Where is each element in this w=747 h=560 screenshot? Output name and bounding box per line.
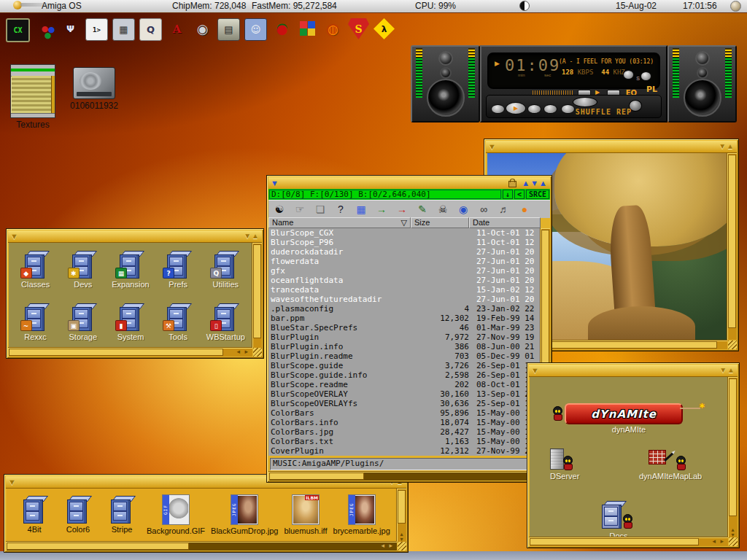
- prev-button[interactable]: [491, 104, 505, 114]
- titlebar[interactable]: ▼ OS35 49% full, 94.9MB free, 90.7MB in …: [8, 230, 262, 243]
- pedestrian-sign-icon[interactable]: λ: [374, 18, 395, 39]
- file-row[interactable]: oceanflightdata27-Jun-01 20: [268, 276, 541, 285]
- column-size[interactable]: Size: [411, 217, 469, 228]
- superman-icon[interactable]: S: [348, 18, 369, 39]
- icon-devs[interactable]: ✱Devs: [61, 249, 106, 289]
- icon-dserver[interactable]: DServer: [550, 448, 579, 481]
- file-row[interactable]: wavesofthefuturedatadir27-Jun-01 20: [268, 295, 541, 304]
- hide-glasses-icon[interactable]: ∞: [474, 202, 493, 217]
- file-row[interactable]: .plasmaconfig423-Jan-02 22: [268, 304, 541, 314]
- file-row[interactable]: BlurScope.readme20208-Oct-01 14: [268, 380, 541, 389]
- file-row[interactable]: CoverPlugin12,31227-Nov-99 20: [268, 446, 541, 456]
- window-os35[interactable]: ▼ OS35 49% full, 94.9MB free, 90.7MB in …: [6, 228, 264, 359]
- horizontal-scrollbar[interactable]: ◂ ▸: [529, 537, 728, 546]
- close-gadget-icon[interactable]: ▼: [531, 365, 539, 376]
- icon-4bit[interactable]: 4Bit: [15, 494, 53, 534]
- vertical-scrollbar[interactable]: ▴▾: [396, 489, 406, 542]
- menubar[interactable]: Amiga OS ChipMem: 728,048 FastMem: 95,27…: [0, 0, 747, 13]
- window-graphics-textures[interactable]: ▼ GRAPHICS:..Textures, 9.3M free, 455.7M…: [4, 474, 409, 553]
- fruit-icon[interactable]: ●: [515, 202, 534, 217]
- file-row[interactable]: trancedata15-Jan-02 12: [268, 285, 541, 295]
- resize-grip[interactable]: [253, 348, 262, 357]
- windows-icon[interactable]: [297, 18, 318, 39]
- file-row[interactable]: BlurPlugin7,97227-Nov-99 19: [268, 332, 541, 342]
- depth-gadgets-icon[interactable]: ▼▲: [719, 365, 735, 376]
- source-button[interactable]: SRCE: [526, 190, 549, 199]
- icon-system[interactable]: ▮System: [108, 302, 153, 341]
- boing-balls-icon[interactable]: ●: [34, 18, 55, 39]
- depth-gadgets-icon[interactable]: ▼▲: [244, 230, 260, 242]
- desktop-icon-textures[interactable]: Textures: [9, 64, 57, 130]
- announce-icon[interactable]: ♬: [495, 202, 514, 217]
- file-row[interactable]: BlurPlugin.info38608-Jun-00 21: [268, 342, 541, 351]
- file-row[interactable]: BlurScope.guide3,72626-Sep-01 15: [268, 361, 541, 370]
- path-field[interactable]: MUSIC:AmigaAMP/Plugins/: [270, 458, 538, 470]
- vertical-scrollbar[interactable]: ▴▾: [727, 377, 738, 537]
- file-row[interactable]: ColorBars95,89615-May-00 17: [268, 408, 541, 418]
- show-eye-icon[interactable]: ◉: [454, 202, 473, 217]
- calculator-icon[interactable]: ▦: [112, 18, 135, 41]
- volume-knob[interactable]: [623, 70, 634, 79]
- shuffle-repeat-buttons[interactable]: SHUFFLE REP: [576, 108, 632, 116]
- icon-prefs[interactable]: ?Prefs: [155, 249, 201, 289]
- file-row[interactable]: flowerdata27-Jun-01 20: [268, 257, 541, 266]
- icon-bluemush-iff[interactable]: ILBMbluemush.iff: [284, 494, 327, 535]
- titlebar[interactable]: ▼ StaryBuk.Lazur.fix ▼▲: [486, 141, 737, 153]
- stop-button[interactable]: [543, 104, 557, 114]
- titlebar[interactable]: ▼ dynAMIte ▼▲: [529, 365, 738, 377]
- parent-button[interactable]: <: [514, 190, 525, 199]
- scanner-icon[interactable]: ▤: [217, 18, 240, 41]
- vertical-scrollbar[interactable]: [252, 243, 262, 348]
- icon-expansion[interactable]: ▦Expansion: [108, 249, 153, 289]
- icon-classes[interactable]: ◆Classes: [13, 249, 58, 289]
- cd-player-icon[interactable]: ◉: [192, 18, 213, 39]
- file-row[interactable]: duderockdatadir27-Jun-01 20: [268, 247, 541, 257]
- glass-icon[interactable]: Ψ: [60, 18, 81, 39]
- query-files-icon[interactable]: ?: [331, 202, 350, 217]
- balance-knob[interactable]: [640, 71, 651, 81]
- apple-icon[interactable]: ●: [271, 18, 293, 39]
- depth-gadgets-icon[interactable]: ▼▲: [719, 141, 735, 152]
- icon-storage[interactable]: ▣Storage: [61, 302, 106, 341]
- move-in-doc-icon[interactable]: →: [392, 202, 411, 217]
- macos-icon[interactable]: ☺: [244, 18, 267, 41]
- column-name[interactable]: Name▽: [268, 217, 411, 228]
- icon-background-gif[interactable]: GIFBackground.GIF: [147, 494, 205, 535]
- resize-grip[interactable]: [398, 542, 406, 551]
- titlebar[interactable]: ▼ MUSIC:..Plugins, 8.1M free, 270.5M in …: [268, 177, 550, 190]
- icon-utilities[interactable]: QUtilities: [203, 249, 248, 289]
- iconify-depth-gadgets-icon[interactable]: ▲▼▲: [522, 177, 548, 189]
- play-button[interactable]: ▶: [506, 102, 526, 114]
- icon-color6[interactable]: Color6: [59, 494, 97, 534]
- file-row[interactable]: BlurScope_P9611-Oct-01 12: [268, 238, 541, 247]
- web-burner-icon[interactable]: ◍: [322, 18, 344, 39]
- file-row[interactable]: ColorBars.txt1,16315-May-00 17: [268, 437, 541, 446]
- font-effect-icon[interactable]: A: [166, 18, 187, 39]
- delete-skull-icon[interactable]: ☠: [433, 202, 452, 217]
- file-row[interactable]: gfx27-Jun-01 20: [268, 266, 541, 276]
- icon-blackgumdrop-jpg[interactable]: JPEGBlackGumDrop.jpg: [211, 494, 278, 535]
- close-gadget-icon[interactable]: ▼: [271, 177, 279, 189]
- file-row[interactable]: BlurScopeOVERLAYfs30,63625-Sep-01 15: [268, 399, 541, 408]
- horizontal-scrollbar[interactable]: [268, 471, 530, 481]
- file-row[interactable]: BlurScope.guide.info2,59826-Sep-01 15: [268, 370, 541, 380]
- icon-wbstartup[interactable]: ▯WBStartup: [203, 302, 248, 341]
- file-row[interactable]: BlurScope_CGX11-Oct-01 12: [268, 228, 541, 238]
- archive-box-icon[interactable]: ▦: [352, 202, 371, 217]
- icon-stripe[interactable]: Stripe: [103, 494, 141, 534]
- icon-docs[interactable]: Docs: [600, 499, 638, 540]
- lock-gadget-icon[interactable]: [508, 181, 516, 187]
- horizontal-scrollbar[interactable]: ◂ ▸: [6, 541, 397, 551]
- close-gadget-icon[interactable]: ▼: [488, 141, 496, 152]
- screen-depth-gadget[interactable]: [730, 1, 741, 12]
- icon-rexxc[interactable]: ~Rexxc: [13, 302, 58, 341]
- parent-dir-hand-icon[interactable]: ☞: [290, 202, 309, 217]
- file-row[interactable]: BlueStar.SpecPrefs4601-Mar-99 23: [268, 323, 541, 332]
- find-icon[interactable]: Q: [139, 18, 162, 41]
- window-music-plugins[interactable]: ▼ MUSIC:..Plugins, 8.1M free, 270.5M in …: [266, 175, 552, 483]
- close-gadget-icon[interactable]: ▼: [8, 476, 16, 488]
- icon-dynamitemaplab[interactable]: dynAMIteMapLab: [639, 450, 702, 481]
- column-date[interactable]: Date: [469, 217, 541, 228]
- file-row[interactable]: ColorBars.info18,07415-May-00 17: [268, 418, 541, 427]
- file-row[interactable]: BlurScopeOVERLAY30,16013-Sep-01 20: [268, 389, 541, 399]
